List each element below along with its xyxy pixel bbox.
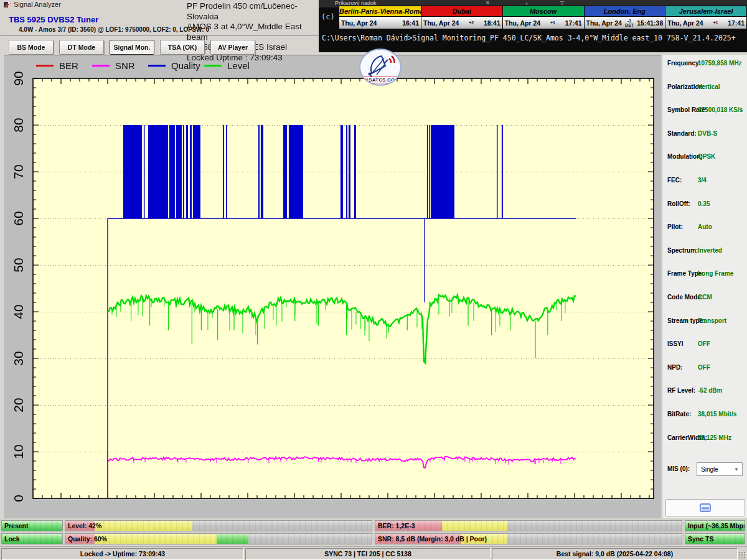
param-value-frequency-: 10759,858 MHz (698, 60, 742, 67)
y-tick-label-30: 30 (11, 351, 26, 365)
gauge-lock: Lock (1, 533, 63, 544)
param-value-fec-: 3/4 (698, 177, 707, 184)
gauge-label-quality: Quality: 60% (68, 535, 107, 543)
logo-text-prefix: DX (362, 77, 369, 83)
status-bar: Locked -> Uptime: 73:09:43 SYNC 73 | TEI… (0, 546, 747, 560)
status-best-signal: Best signal: 9,0 dB (2025-04-22 04:08) (492, 548, 738, 560)
y-tick-label-90: 90 (11, 71, 26, 85)
console-prompt-line: C:\Users\Roman Dávid>Signal Monitoring_P… (322, 34, 745, 42)
param-label-issyi: ISSYI (667, 340, 684, 347)
chevron-down-icon: ▼ (734, 467, 739, 472)
y-tick-label-50: 50 (11, 258, 26, 272)
transport-info-button[interactable] (665, 499, 745, 516)
y-tick-label-60: 60 (11, 211, 26, 225)
gauge-sync-ts: Sync TS (685, 533, 745, 544)
clock-time: 17:41 (565, 19, 582, 27)
mis-selected-value: Single (701, 466, 718, 473)
clock-city-label: Dubai (421, 6, 502, 17)
gauge-input: Input (~36,35 Mbps) (685, 520, 745, 531)
parameters-sidebar: Frequency:10759,858 MHzPolarization:Vert… (662, 55, 747, 518)
clock-utc-offset: +1 (540, 21, 565, 25)
gauge-snr: SNR: 8,5 dB (Margin: 3,0 dB | Poor) (375, 533, 682, 544)
clock-time-row: Thu, Apr 2416:41 (339, 17, 421, 29)
gauge-label-level: Level: 42% (68, 522, 101, 530)
param-value-polarization-: Vertical (698, 83, 720, 90)
annotation-line-1: PF Prodelin 450 cm/Lučenec-Slovakia (187, 1, 322, 22)
tuner-name: TBS 5925 DVBS2 Tuner (9, 15, 98, 24)
clock-time: 15:41:38 (637, 19, 663, 27)
param-label-pilot-: Pilot: (667, 223, 683, 230)
param-value-bitrate-: 38,015 Mbit/s (698, 411, 736, 418)
clock-date: Thu, Apr 24 (667, 19, 703, 27)
logo-banner: DXSATCS.COM (360, 77, 400, 83)
mis-select[interactable]: Single ▼ (697, 462, 743, 476)
resize-grip[interactable] (738, 551, 746, 559)
monitor-icon (700, 503, 711, 512)
param-value-standard-: DVB-S (698, 130, 717, 137)
param-value-rolloff-: 0.35 (698, 200, 710, 207)
clock-time-row: Thu, Apr 24+218:41 (421, 17, 502, 29)
clock-utc-offset: +1 (703, 21, 728, 25)
gauge-quality: Quality: 60% (65, 533, 372, 544)
gauge-label-ber: BER: 1,2E-3 (378, 522, 415, 530)
param-value-npd-: OFF (698, 364, 710, 371)
tab-dt-mode[interactable]: DT Mode (59, 40, 104, 55)
param-label-rolloff-: RollOff: (667, 200, 690, 207)
param-value-spectrum-: Inverted (698, 247, 722, 254)
gauge-present: Present (1, 520, 63, 531)
clock-date: Thu, Apr 24 (505, 19, 540, 27)
clock-city-label: Jerusalem-Israel (665, 6, 746, 17)
console-minimize-icon[interactable]: ▽ (560, 0, 564, 6)
clock-utc-offset: +2 (459, 21, 484, 25)
y-tick-label-10: 10 (11, 444, 26, 459)
legend-label-ber: BER (59, 60, 78, 71)
legend-item-snr: SNR (92, 60, 148, 71)
gauge-stripes (65, 521, 372, 531)
logo-text-suffix: SATCS.COM (369, 77, 399, 83)
mis-label: MIS (0): (667, 465, 690, 472)
legend-label-snr: SNR (115, 60, 135, 71)
tab-bs-mode[interactable]: BS Mode (9, 40, 54, 55)
tab-signal-mon-[interactable]: Signal Mon. (110, 40, 154, 55)
clock-london-eng: London, EngThu, Apr 24-1DST15:41:38 (584, 6, 666, 29)
gauge-label-present: Present (4, 522, 29, 530)
clock-berlin-paris-vienna-roma: Berlin-Paris-Vienna-RomaThu, Apr 2416:41 (339, 6, 421, 29)
console-close-icon[interactable]: ✕ (486, 0, 490, 6)
legend-swatch-level (204, 65, 222, 67)
logo-circle: DXSATCS.COM (359, 49, 402, 86)
mode-tabs: BS ModeDT ModeSignal Mon.TSA (OK)AV Play… (9, 40, 255, 54)
gauge-label-input: Input (~36,35 Mbps) (688, 522, 745, 530)
status-sync-counters: SYNC 73 | TEI 205 | CC 5138 (245, 548, 491, 560)
legend-swatch-ber (36, 65, 54, 67)
legend-swatch-snr (92, 65, 110, 67)
dxsatcs-logo: DXSATCS.COM (355, 49, 404, 86)
clock-city-label: London, Eng (585, 6, 665, 17)
param-value-code-mode-: CCM (698, 294, 712, 301)
clock-time-row: Thu, Apr 24+117:41 (665, 17, 746, 29)
tab-av-player[interactable]: AV Player (210, 40, 255, 55)
tuner-details: 4.0W - Amos 3/7 (ID: 3560) @ LOF1: 97500… (19, 26, 209, 33)
clock-time-row: Thu, Apr 24+117:41 (503, 17, 584, 29)
gauge-ber: BER: 1,2E-3 (375, 520, 682, 531)
param-label-frequency-: Frequency: (667, 60, 701, 67)
signal-chart-panel: BERSNRQualityLevel 0102030405060708090 (4, 55, 661, 519)
clock-city-label: Berlin-Paris-Vienna-Roma (339, 6, 421, 17)
param-label-standard-: Standard: (667, 130, 697, 137)
param-value-frame-type-: Long Frame (698, 270, 733, 277)
param-label-spectrum-: Spectrum: (667, 247, 698, 254)
gauge-level: Level: 42% (65, 520, 372, 531)
app-title: Signal Analyzer (14, 1, 61, 8)
clock-moscow: MoscowThu, Apr 24+117:41 (502, 6, 585, 29)
status-uptime: Locked -> Uptime: 73:09:43 (1, 548, 244, 560)
param-label-fec-: FEC: (667, 177, 682, 184)
clock-city-label: Moscow (503, 6, 584, 17)
clock-date: Thu, Apr 24 (341, 19, 377, 27)
param-label-bitrate-: BitRate: (667, 411, 691, 418)
signal-chart-canvas (4, 55, 661, 519)
gauge-strip: PresentLevel: 42%BER: 1,2E-3Input (~36,3… (0, 518, 747, 546)
gauge-stripes (375, 521, 682, 531)
clock-time-row: Thu, Apr 24-1DST15:41:38 (585, 17, 665, 29)
clock-date: Thu, Apr 24 (586, 19, 622, 27)
y-tick-label-70: 70 (11, 164, 26, 179)
tab-tsa-ok-[interactable]: TSA (OK) (160, 40, 205, 55)
